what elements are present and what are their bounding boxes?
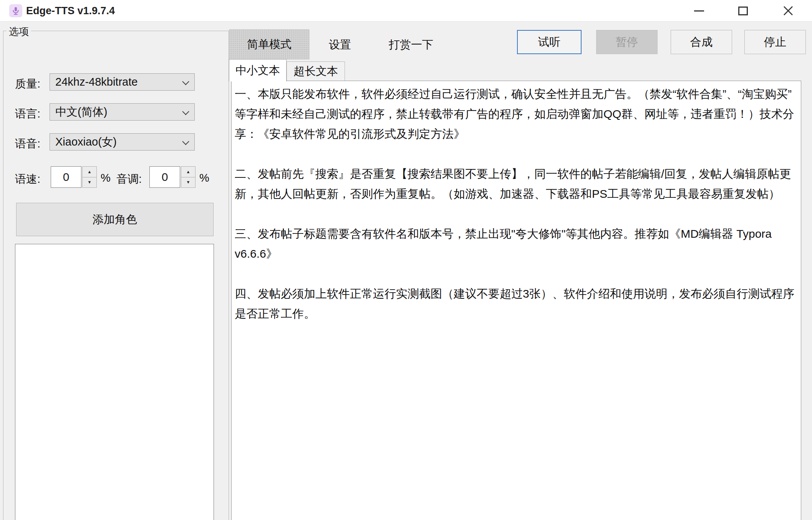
close-icon <box>782 5 794 17</box>
chevron-down-icon <box>182 78 189 85</box>
rate-down-button[interactable]: ▼ <box>82 177 97 188</box>
maximize-icon <box>738 7 748 15</box>
tab-simple-mode[interactable]: 简单模式 <box>229 29 310 60</box>
app-icon <box>9 4 22 17</box>
pitch-stepper: ▲ ▼ <box>181 166 196 188</box>
rate-stepper: ▲ ▼ <box>82 166 97 188</box>
chevron-down-icon <box>182 108 189 115</box>
tab-long-text[interactable]: 超长文本 <box>287 61 345 81</box>
pause-button[interactable]: 暂停 <box>596 30 658 54</box>
pitch-input[interactable]: 0 <box>149 166 180 188</box>
language-dropdown[interactable]: 中文(简体) <box>50 103 195 121</box>
listen-button[interactable]: 试听 <box>517 30 582 54</box>
quality-label: 质量: <box>15 76 40 92</box>
rate-input[interactable]: 0 <box>51 166 81 188</box>
text-editor[interactable]: 一、本版只能发布软件，软件必须经过自己运行测试，确认安全性并且无广告。（禁发“软… <box>231 81 801 520</box>
rate-unit: % <box>101 172 111 184</box>
rate-up-button[interactable]: ▲ <box>82 166 97 177</box>
microphone-icon <box>11 6 20 15</box>
editor-paragraph: 一、本版只能发布软件，软件必须经过自己运行测试，确认安全性并且无广告。（禁发“软… <box>235 84 798 144</box>
quality-dropdown[interactable]: 24khz-48kbitrate <box>50 73 195 91</box>
editor-paragraph: 三、发布帖子标题需要含有软件名和版本号，禁止出现"夸大修饰"等其他内容。推荐如《… <box>235 224 798 264</box>
language-label: 语言: <box>15 106 40 122</box>
window-title: Edge-TTS v1.9.7.4 <box>26 0 115 22</box>
voice-value: Xiaoxiao(女) <box>55 134 117 150</box>
pitch-up-button[interactable]: ▲ <box>181 166 196 177</box>
close-button[interactable] <box>771 0 806 22</box>
minimize-button[interactable] <box>681 0 717 22</box>
pitch-unit: % <box>199 172 209 184</box>
role-list[interactable] <box>15 244 214 520</box>
chevron-down-icon <box>182 138 189 145</box>
tab-settings[interactable]: 设置 <box>310 32 370 58</box>
voice-label: 语音: <box>15 136 40 152</box>
language-value: 中文(简体) <box>55 104 107 120</box>
editor-paragraph: 二、发帖前先『搜索』是否重复【搜索结果图不要上传】，同一软件的帖子若能编辑/回复… <box>235 164 798 204</box>
pitch-down-button[interactable]: ▼ <box>181 177 196 188</box>
stop-button[interactable]: 停止 <box>744 30 806 54</box>
options-legend: 选项 <box>7 25 31 38</box>
tab-small-text[interactable]: 中小文本 <box>229 59 287 81</box>
minimize-icon <box>694 10 704 12</box>
tab-donate[interactable]: 打赏一下 <box>370 32 452 58</box>
title-bar: Edge-TTS v1.9.7.4 <box>0 0 812 22</box>
voice-dropdown[interactable]: Xiaoxiao(女) <box>50 133 195 151</box>
editor-paragraph: 四、发帖必须加上软件正常运行实测截图（建议不要超过3张）、软件介绍和使用说明，发… <box>235 284 798 324</box>
add-role-button[interactable]: 添加角色 <box>16 203 214 236</box>
quality-value: 24khz-48kbitrate <box>55 76 138 88</box>
pitch-label: 音调: <box>116 172 142 187</box>
options-groupbox: 选项 质量: 24khz-48kbitrate 语言: 中文(简体) 语音: X… <box>3 31 229 520</box>
rate-label: 语速: <box>15 172 40 187</box>
synthesize-button[interactable]: 合成 <box>671 30 732 54</box>
maximize-button[interactable] <box>725 0 761 22</box>
